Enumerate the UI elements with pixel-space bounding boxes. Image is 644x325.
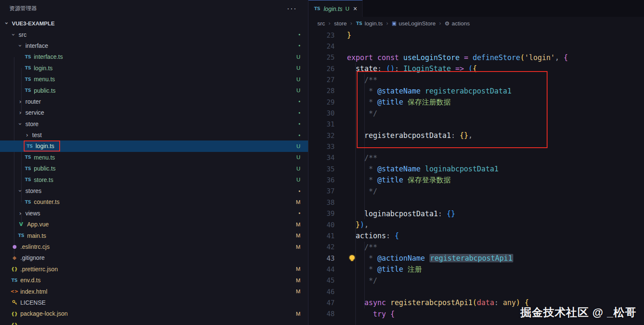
tree-folder-vue3-example[interactable]: ›VUE3-EXAMPLE xyxy=(0,18,308,29)
close-icon[interactable]: × xyxy=(353,5,357,13)
breadcrumb-item-actions[interactable]: ⚙actions xyxy=(445,20,470,27)
tree-file-menu-ts[interactable]: TSmenu.tsU xyxy=(0,152,308,163)
tree-file-package-lock-json[interactable]: {}package-lock.jsonM xyxy=(0,308,308,319)
tree-file-login-ts[interactable]: TSlogin.tsU xyxy=(0,140,308,151)
git-status-badge: U xyxy=(297,54,300,60)
tree-file-menu-ts[interactable]: TSmenu.tsU xyxy=(0,74,308,85)
tree-item-label: service xyxy=(25,109,44,116)
ts-file-icon: TS xyxy=(24,65,32,71)
code-line-38[interactable]: 38 xyxy=(308,197,644,208)
breadcrumb-label: useLoginStore xyxy=(399,20,435,27)
ts-file-icon: TS xyxy=(24,166,32,171)
code-line-45[interactable]: 45 */ xyxy=(308,275,644,286)
line-number: 47 xyxy=(308,299,335,307)
line-number: 40 xyxy=(308,221,335,229)
breadcrumb-item-src[interactable]: src xyxy=(317,20,325,27)
chevron-right-icon: › xyxy=(17,210,24,217)
git-status-dot: ● xyxy=(298,33,300,36)
line-number: 25 xyxy=(308,53,335,61)
code-text: state: (): ILoginState => ({ xyxy=(347,64,477,73)
tree-row-core: ›src xyxy=(10,29,29,40)
code-line-26[interactable]: 26 state: (): ILoginState => ({ xyxy=(308,63,644,74)
code-line-32[interactable]: 32 registerabcpostData1: {}, xyxy=(308,130,644,141)
code-line-42[interactable]: 42 /** xyxy=(308,242,644,253)
breadcrumb-item-useloginstore[interactable]: ▣useLoginStore xyxy=(392,20,435,27)
git-file-icon: ◆ xyxy=(10,255,19,261)
tree-file-interface-ts[interactable]: TSinterface.tsU xyxy=(0,51,308,62)
breadcrumb-item-login-ts[interactable]: TSlogin.ts xyxy=(356,20,383,27)
tree-file--gitignore[interactable]: ◆.gitignore xyxy=(0,252,308,263)
tree-folder-src[interactable]: ›src● xyxy=(0,29,308,40)
tree-folder-service[interactable]: ›service● xyxy=(0,107,308,118)
tree-row-core: LICENSE xyxy=(10,297,48,308)
code-editor[interactable]: 23}2425export const useLoginStore = defi… xyxy=(308,30,644,325)
tree-file-public-ts[interactable]: TSpublic.tsU xyxy=(0,163,308,174)
tree-item-label: App.vue xyxy=(27,221,49,228)
code-line-29[interactable]: 29 * @title 保存注册数据 xyxy=(308,96,644,107)
code-line-37[interactable]: 37 */ xyxy=(308,186,644,197)
code-line-35[interactable]: 35 * @stateName loginabcpostData1 xyxy=(308,163,644,174)
tree-row-core: ›VUE3-EXAMPLE xyxy=(3,18,57,29)
tree-item-label: LICENSE xyxy=(20,299,46,306)
code-line-43[interactable]: 43 * @actionName registerabcpostApi1 xyxy=(308,253,644,264)
git-status-badge: M xyxy=(296,288,300,295)
tree-file-public-ts[interactable]: TSpublic.tsU xyxy=(0,85,308,96)
tree-file--prettierrc-json[interactable]: {}.prettierrc.jsonM xyxy=(0,264,308,275)
line-number: 34 xyxy=(308,154,335,162)
code-line-28[interactable]: 28 * @stateName registerabcpostData1 xyxy=(308,85,644,96)
tree-folder-views[interactable]: ›views● xyxy=(0,208,308,219)
code-line-33[interactable]: 33 xyxy=(308,141,644,152)
lightbulb-icon[interactable] xyxy=(350,255,355,260)
code-line-41[interactable]: 41 actions: { xyxy=(308,230,644,241)
tree-folder-stores[interactable]: ›stores● xyxy=(0,185,308,196)
tree-file-license[interactable]: LICENSE xyxy=(0,297,308,308)
tree-item-label: public.ts xyxy=(34,87,55,94)
code-line-44[interactable]: 44 * @title 注册 xyxy=(308,264,644,275)
code-line-39[interactable]: 39 loginabcpostData1: {} xyxy=(308,208,644,219)
code-line-25[interactable]: 25export const useLoginStore = defineSto… xyxy=(308,52,644,63)
code-line-36[interactable]: 36 * @title 保存登录数据 xyxy=(308,174,644,185)
code-line-23[interactable]: 23} xyxy=(308,30,644,41)
code-text: * @stateName loginabcpostData1 xyxy=(347,165,498,173)
tree-file-app-vue[interactable]: VApp.vueM xyxy=(0,219,308,230)
tree-folder-store[interactable]: ›store● xyxy=(0,118,308,129)
tree-row-core: <>index.html xyxy=(10,286,50,297)
tree-file-main-ts[interactable]: TSmain.tsM xyxy=(0,230,308,241)
git-status-dot: ● xyxy=(298,111,300,115)
tree-folder-interface[interactable]: ›interface● xyxy=(0,40,308,51)
code-text: */ xyxy=(347,276,377,285)
git-status-dot: ● xyxy=(298,211,300,215)
tab-label: login.ts xyxy=(324,6,342,12)
code-line-24[interactable]: 24 xyxy=(308,41,644,52)
tree-row-core: ›test xyxy=(24,129,44,140)
code-line-27[interactable]: 27 /** xyxy=(308,74,644,85)
tree-folder-test[interactable]: ›test● xyxy=(0,129,308,140)
tab-login-ts[interactable]: TS login.ts U × xyxy=(308,0,363,17)
code-line-40[interactable]: 40 }), xyxy=(308,219,644,230)
code-line-34[interactable]: 34 /** xyxy=(308,152,644,163)
git-status-badge: U xyxy=(297,165,300,172)
code-text: */ xyxy=(347,187,377,196)
tree-file-index-html[interactable]: <>index.htmlM xyxy=(0,286,308,297)
line-number: 29 xyxy=(308,98,335,106)
line-number: 41 xyxy=(308,232,335,240)
symbol-icon: ▣ xyxy=(392,20,396,26)
tree-file--eslintrc-cjs[interactable]: .eslintrc.cjsM xyxy=(0,241,308,252)
tree-item-label: views xyxy=(25,210,40,217)
chevron-right-icon: › xyxy=(17,109,24,116)
breadcrumb-label: actions xyxy=(452,20,470,27)
tree-file-env-d-ts[interactable]: TSenv.d.tsM xyxy=(0,275,308,286)
tree-item-label: main.ts xyxy=(27,232,46,239)
tree-file-login-ts[interactable]: TSlogin.tsU xyxy=(0,63,308,74)
code-line-31[interactable]: 31 xyxy=(308,119,644,130)
tree-row-core: TSpublic.ts xyxy=(24,163,58,174)
tree-file-partial[interactable]: {} xyxy=(0,319,308,325)
more-actions-icon[interactable]: ··· xyxy=(287,6,297,11)
git-status-badge: M xyxy=(296,232,300,239)
code-line-30[interactable]: 30 */ xyxy=(308,107,644,118)
breadcrumb-item-store[interactable]: store xyxy=(334,20,347,27)
code-line-46[interactable]: 46 xyxy=(308,286,644,297)
tree-folder-router[interactable]: ›router● xyxy=(0,96,308,107)
tree-file-counter-ts[interactable]: TScounter.tsM xyxy=(0,196,308,207)
tree-file-store-ts[interactable]: TSstore.tsU xyxy=(0,174,308,185)
